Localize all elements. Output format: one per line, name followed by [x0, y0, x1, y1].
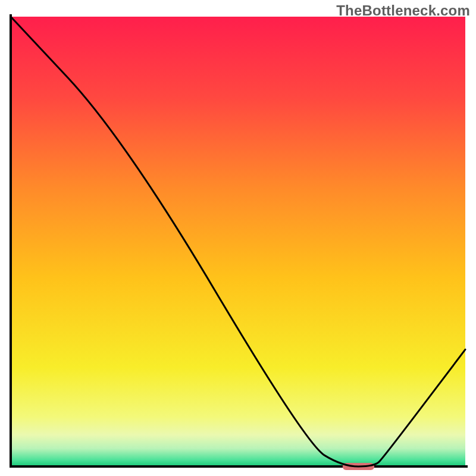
chart-frame: TheBottleneck.com	[0, 0, 476, 476]
watermark-text: TheBottleneck.com	[336, 2, 470, 19]
plot-area	[11, 15, 466, 470]
bottleneck-chart	[0, 0, 476, 476]
gradient-background	[11, 17, 465, 466]
